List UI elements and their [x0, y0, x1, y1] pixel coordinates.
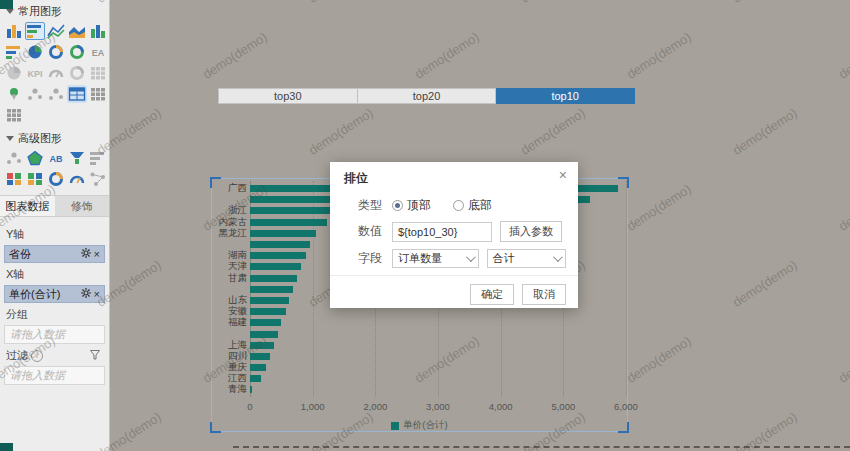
tab-top30[interactable]: top30 [218, 88, 358, 104]
treemap-chart-icon[interactable] [25, 170, 45, 188]
list-chart-icon[interactable] [88, 149, 108, 167]
bar-青海[interactable] [250, 386, 252, 393]
section-advanced-label: 高级图形 [18, 131, 62, 146]
filter-drop-zone[interactable]: 请拖入数据 [4, 366, 105, 385]
rose-chart-icon[interactable] [67, 43, 87, 61]
area-chart-icon[interactable] [67, 22, 87, 40]
bar-重庆[interactable] [250, 364, 266, 371]
collapse-arrow-icon [6, 9, 14, 14]
filter-label-text: 过滤 [6, 348, 28, 363]
word-chart-icon[interactable]: EA [88, 43, 108, 61]
remove-field-icon[interactable]: × [94, 289, 100, 300]
x-tick-label: 0 [228, 401, 272, 412]
bar-福建[interactable] [250, 319, 281, 326]
gear-icon[interactable] [81, 248, 91, 260]
chart-legend: 单价(合计) [212, 419, 627, 432]
page-break-line [233, 446, 850, 448]
collapse-arrow-icon [6, 136, 14, 141]
funnel-chart-icon[interactable] [67, 149, 87, 167]
section-advanced-charts[interactable]: 高级图形 [0, 127, 109, 148]
bar-江西[interactable] [250, 375, 261, 382]
wordcloud-chart-icon[interactable]: AB [46, 149, 66, 167]
y-axis-label: 甘肃 [213, 272, 250, 285]
radio-top[interactable]: 顶部 [392, 197, 431, 214]
bar-chart-icon[interactable] [25, 22, 45, 40]
gauge-chart-icon [46, 64, 66, 82]
app-root: 常用图形 EAKPI 高级图形 AB 图表数据 修饰 Y轴 省份 × X轴 单价… [0, 0, 850, 451]
aggregation-select[interactable]: 合计 [487, 249, 566, 268]
y-axis-label: 黑龙江 [213, 227, 250, 240]
bubble-map-icon[interactable] [46, 85, 66, 103]
y-axis-field-name: 省份 [9, 247, 78, 262]
scatter-chart-icon[interactable] [25, 85, 45, 103]
x-axis-field-name: 单价(合计) [9, 287, 78, 302]
bar-row-5[interactable] [250, 241, 310, 248]
line-chart-icon[interactable] [46, 22, 66, 40]
watermark-text: demo(demo) [730, 409, 800, 451]
donut-chart-icon[interactable] [46, 43, 66, 61]
left-panel: 常用图形 EAKPI 高级图形 AB 图表数据 修饰 Y轴 省份 × X轴 单价… [0, 0, 110, 451]
tree-chart-icon[interactable] [4, 170, 24, 188]
value-input[interactable] [392, 222, 492, 242]
dial-chart-icon[interactable] [46, 170, 66, 188]
ranking-dialog: 排位 × 类型 顶部 底部 数值 插入参数 字段 [330, 162, 578, 308]
combo-chart-icon[interactable] [88, 22, 108, 40]
y-axis-field-pill[interactable]: 省份 × [4, 245, 105, 263]
pie-chart-icon[interactable] [25, 43, 45, 61]
radio-bottom[interactable]: 底部 [453, 197, 492, 214]
insert-parameter-button[interactable]: 插入参数 [500, 221, 562, 242]
gear-icon[interactable] [81, 288, 91, 300]
tab-style[interactable]: 修饰 [55, 196, 110, 216]
bar-安徽[interactable] [250, 308, 286, 315]
section-common-charts[interactable]: 常用图形 [0, 0, 109, 21]
tab-top10[interactable]: top10 [496, 88, 635, 104]
common-chart-grid: EAKPI [0, 21, 109, 127]
watermark-text: demo(demo) [836, 29, 850, 82]
tab-top20[interactable]: top20 [358, 88, 497, 104]
polygon-chart-icon[interactable] [25, 149, 45, 167]
group-drop-zone[interactable]: 请拖入数据 [4, 325, 105, 344]
bar-四川[interactable] [250, 353, 270, 360]
tab-chart-data[interactable]: 图表数据 [0, 196, 55, 216]
close-icon[interactable]: × [559, 168, 567, 182]
bar-黑龙江[interactable] [250, 230, 316, 237]
drop-placeholder: 请拖入数据 [10, 327, 65, 342]
bar-山东[interactable] [250, 297, 289, 304]
bar-compare-chart-icon[interactable] [4, 43, 24, 61]
panel-tab-bar: 图表数据 修饰 [0, 195, 109, 217]
field-select[interactable]: 订单数量 [392, 249, 479, 268]
cancel-button[interactable]: 取消 [522, 284, 566, 305]
watermark-text: demo(demo) [200, 29, 270, 82]
crosstab-icon[interactable] [88, 85, 108, 103]
x-axis-ticks: 01,0002,0003,0004,0005,0006,000 [212, 401, 627, 413]
bar-row-13[interactable] [250, 331, 278, 338]
bar-甘肃[interactable] [250, 275, 297, 282]
table-icon[interactable] [67, 85, 87, 103]
radio-unselected-icon [453, 200, 464, 211]
svg-text:AB: AB [50, 154, 63, 164]
bar-上海[interactable] [250, 342, 274, 349]
column-chart-icon[interactable] [4, 22, 24, 40]
bar-湖南[interactable] [250, 252, 306, 259]
x-axis-field-pill[interactable]: 单价(合计) × [4, 285, 105, 303]
arc-chart-icon[interactable] [67, 170, 87, 188]
aggregation-select-value: 合计 [493, 251, 515, 266]
x-tick-label: 6,000 [604, 401, 648, 412]
selection-corner-icon [618, 422, 629, 433]
bar-内蒙古[interactable] [250, 219, 327, 226]
ok-button[interactable]: 确定 [470, 284, 514, 305]
globe-chart-icon [67, 64, 87, 82]
point-map-icon[interactable] [4, 85, 24, 103]
bubble-chart-icon[interactable] [4, 149, 24, 167]
svg-text:KPI: KPI [27, 69, 42, 79]
frame-corner [0, 443, 13, 451]
chevron-down-icon [553, 252, 563, 262]
bar-天津[interactable] [250, 263, 301, 270]
filter-funnel-icon[interactable] [90, 350, 100, 362]
radio-selected-icon [392, 200, 403, 211]
remove-field-icon[interactable]: × [94, 249, 100, 260]
kpi-chart-icon: KPI [25, 64, 45, 82]
bar-row-9[interactable] [250, 286, 293, 293]
summary-table-icon[interactable] [4, 106, 24, 124]
relation-chart-icon[interactable] [88, 170, 108, 188]
